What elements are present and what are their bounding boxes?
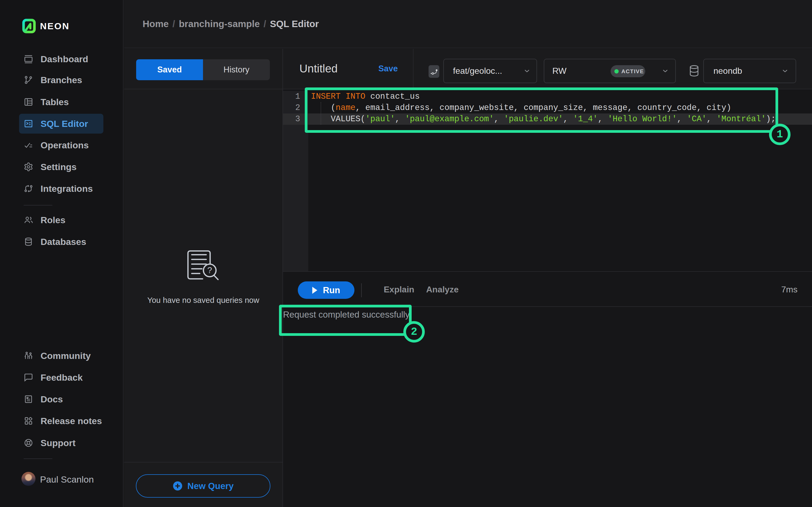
svg-text:?: ? [207,265,212,275]
